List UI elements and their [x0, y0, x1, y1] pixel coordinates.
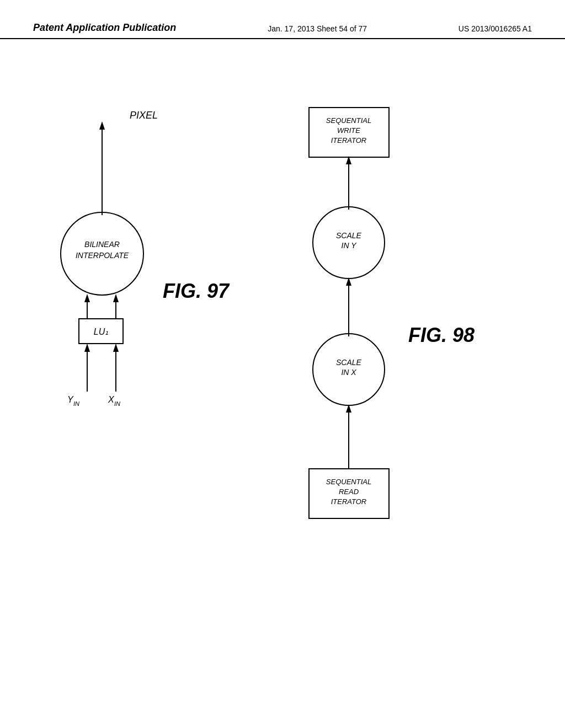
- publication-number: US 2013/0016265 A1: [459, 24, 532, 33]
- svg-text:ITERATOR: ITERATOR: [331, 136, 367, 144]
- svg-marker-1: [99, 121, 105, 130]
- svg-text:READ: READ: [339, 488, 359, 496]
- svg-text:IN X: IN X: [341, 368, 356, 377]
- svg-text:SEQUENTIAL: SEQUENTIAL: [326, 478, 371, 486]
- diagram-area: PIXEL BILINEAR INTERPOLATE LU₁ Y IN X IN: [0, 66, 565, 717]
- publication-meta: Jan. 17, 2013 Sheet 54 of 77: [268, 24, 367, 33]
- svg-marker-14: [113, 344, 119, 352]
- svg-text:FIG. 97: FIG. 97: [163, 280, 230, 302]
- svg-text:BILINEAR: BILINEAR: [84, 240, 120, 249]
- svg-text:IN: IN: [73, 400, 79, 407]
- svg-marker-6: [84, 294, 90, 302]
- svg-text:SCALE: SCALE: [336, 358, 362, 367]
- svg-text:INTERPOLATE: INTERPOLATE: [76, 251, 129, 260]
- svg-text:IN Y: IN Y: [342, 241, 358, 250]
- page-header: Patent Application Publication Jan. 17, …: [0, 0, 565, 39]
- svg-text:FIG. 98: FIG. 98: [408, 324, 475, 346]
- svg-text:IN: IN: [114, 400, 120, 407]
- svg-text:ITERATOR: ITERATOR: [331, 497, 367, 506]
- svg-text:LU₁: LU₁: [94, 327, 108, 336]
- svg-text:SCALE: SCALE: [336, 231, 362, 240]
- svg-marker-8: [113, 294, 119, 302]
- svg-text:WRITE: WRITE: [337, 126, 360, 135]
- svg-text:SEQUENTIAL: SEQUENTIAL: [326, 116, 371, 125]
- publication-title: Patent Application Publication: [33, 22, 176, 34]
- pixel-label: PIXEL: [130, 110, 158, 121]
- svg-marker-12: [84, 344, 90, 352]
